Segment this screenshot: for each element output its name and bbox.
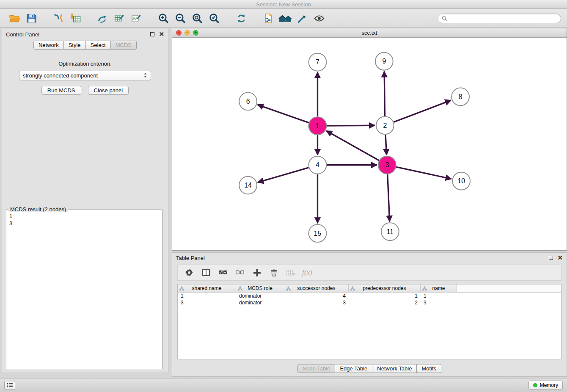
import-network-button[interactable] <box>51 11 66 26</box>
run-mcds-button[interactable]: Run MCDS <box>41 86 81 95</box>
show-hide-button[interactable] <box>311 11 327 26</box>
close-window-icon[interactable]: × <box>176 30 182 36</box>
graph-edge-2-3[interactable] <box>385 135 386 155</box>
memory-button-label: Memory <box>540 382 558 388</box>
export-image-button[interactable] <box>129 11 144 26</box>
network-graph[interactable]: 7968124314101511 <box>172 38 567 250</box>
minimize-window-icon[interactable]: − <box>184 30 190 36</box>
tab-network-table[interactable]: Network Table <box>372 364 417 373</box>
network-document-button[interactable] <box>261 11 276 26</box>
table-cell: 1 <box>421 293 457 299</box>
network-window-titlebar[interactable]: × − + scc.txt <box>172 28 567 38</box>
float-table-panel-icon[interactable] <box>549 256 553 260</box>
float-panel-icon[interactable] <box>150 32 154 36</box>
tab-network[interactable]: Network <box>33 41 64 50</box>
graph-edge-1-6[interactable] <box>258 105 309 123</box>
open-session-button[interactable] <box>7 11 22 26</box>
graph-node-label: 9 <box>382 58 386 65</box>
memory-button[interactable]: Memory <box>528 381 563 390</box>
node-table-body: 1dominator4113dominator323 <box>178 293 561 306</box>
graph-edges <box>258 72 451 224</box>
network-canvas[interactable]: 7968124314101511 <box>172 38 567 250</box>
zoom-fit-icon <box>192 13 203 24</box>
graph-edge-1-2[interactable] <box>327 125 375 126</box>
table-row[interactable]: 1dominator411 <box>178 293 561 299</box>
function-builder-label[interactable]: f(x) <box>302 268 312 277</box>
zoom-fit-button[interactable] <box>190 11 205 26</box>
export-table-button[interactable] <box>112 11 127 26</box>
save-session-button[interactable] <box>24 11 39 26</box>
zoom-selected-icon <box>209 13 220 24</box>
zoom-selected-button[interactable] <box>206 11 222 26</box>
close-table-panel-icon[interactable]: ✕ <box>557 255 563 260</box>
column-header-name[interactable]: name <box>421 284 457 292</box>
graph-node-label: 15 <box>314 230 322 237</box>
graph-edge-2-9[interactable] <box>384 72 385 116</box>
attribute-icon <box>422 286 427 291</box>
graph-node-label: 2 <box>383 122 387 129</box>
table-settings-button[interactable] <box>183 266 195 279</box>
tab-select[interactable]: Select <box>86 41 111 50</box>
search-input[interactable] <box>449 15 557 22</box>
export-network-button[interactable] <box>95 11 110 26</box>
select-all-icon <box>218 270 228 276</box>
plus-icon <box>253 268 261 277</box>
import-table-button[interactable] <box>68 11 83 26</box>
tab-style[interactable]: Style <box>64 41 86 50</box>
search-box[interactable] <box>438 14 561 23</box>
tab-motifs[interactable]: Motifs <box>417 364 441 373</box>
refresh-button[interactable] <box>234 11 249 26</box>
close-panel-button[interactable]: Close panel <box>88 86 129 95</box>
optimization-criterion-label: Optimization criterion: <box>2 61 168 67</box>
column-header-shared-name[interactable]: shared name <box>178 284 236 292</box>
zoom-out-button[interactable] <box>173 11 188 26</box>
graph-edge-3-11[interactable] <box>388 174 390 222</box>
graph-edge-3-10[interactable] <box>396 167 451 179</box>
column-header-MCDS-role[interactable]: MCDS role <box>236 284 284 292</box>
mcds-result-list[interactable]: 1 3 <box>7 212 161 368</box>
node-table[interactable]: shared nameMCDS rolesuccessor nodesprede… <box>177 284 561 359</box>
delete-column-button[interactable] <box>267 266 280 279</box>
graph-node-label: 6 <box>246 98 250 105</box>
graph-edge-2-8[interactable] <box>394 100 451 122</box>
tab-edge-table[interactable]: Edge Table <box>335 364 372 373</box>
mcds-result-value: 3 <box>9 220 159 227</box>
zoom-in-button[interactable] <box>156 11 171 26</box>
show-columns-button[interactable] <box>200 266 212 279</box>
save-icon <box>26 13 37 24</box>
graph-node-label: 11 <box>387 228 394 235</box>
first-neighbors-button[interactable] <box>278 11 293 26</box>
search-icon <box>442 16 447 21</box>
eye-icon <box>314 13 325 24</box>
column-header-predecessor-nodes[interactable]: predecessor nodes <box>349 284 421 292</box>
main-toolbar <box>0 9 567 28</box>
table-cell: 3 <box>284 299 349 306</box>
import-network-icon <box>53 13 64 24</box>
select-all-button[interactable] <box>217 266 229 279</box>
control-panel-title: Control Panel <box>6 31 39 38</box>
delete-table-button[interactable] <box>284 266 297 279</box>
control-panel-tabs: Network Style Select MCDS <box>2 41 168 50</box>
table-cell: 1 <box>178 293 236 299</box>
control-panel-header: Control Panel ✕ <box>2 29 168 39</box>
zoom-out-icon <box>175 13 186 24</box>
graph-edge-3-1[interactable] <box>326 131 379 160</box>
add-column-button[interactable] <box>250 266 263 279</box>
close-panel-icon[interactable]: ✕ <box>159 32 164 37</box>
gear-icon <box>185 268 193 277</box>
tab-mcds[interactable]: MCDS <box>111 41 137 50</box>
dropdown-arrows-icon <box>143 72 147 78</box>
graph-edge-4-14[interactable] <box>258 168 308 182</box>
criterion-dropdown[interactable]: strongly connected component <box>19 71 151 80</box>
apply-style-button[interactable] <box>295 11 310 26</box>
table-cell: 2 <box>349 299 421 306</box>
tab-node-table[interactable]: Node Table <box>297 364 336 373</box>
deselect-all-button[interactable] <box>234 266 246 279</box>
column-header-successor-nodes[interactable]: successor nodes <box>284 284 349 292</box>
table-cell: 4 <box>284 293 349 299</box>
table-row[interactable]: 3dominator323 <box>178 299 561 306</box>
zoom-in-icon <box>158 13 169 24</box>
maximize-window-icon[interactable]: + <box>193 30 198 36</box>
task-history-button[interactable] <box>4 381 15 390</box>
window-titlebar: Session: New Session <box>0 0 567 9</box>
